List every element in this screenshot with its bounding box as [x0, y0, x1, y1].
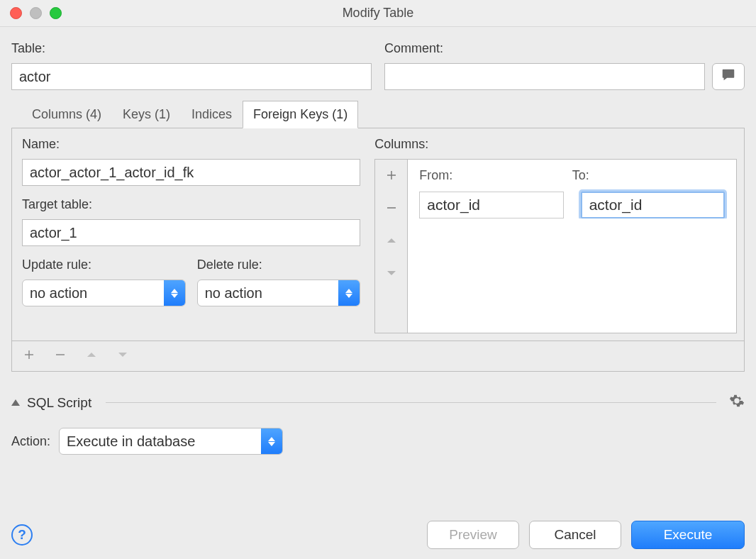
chevron-down-icon	[116, 348, 129, 365]
sql-settings-button[interactable]	[729, 393, 745, 412]
plus-icon	[385, 166, 398, 186]
tab-strip: Columns (4) Keys (1) Indices Foreign Key…	[11, 101, 745, 128]
add-column-button[interactable]	[375, 160, 407, 192]
fk-delete-select[interactable]: no action	[197, 280, 361, 306]
fk-from-input[interactable]	[419, 192, 563, 218]
tab-columns[interactable]: Columns (4)	[21, 101, 112, 128]
tab-foreign-keys[interactable]: Foreign Keys (1)	[243, 101, 358, 128]
from-header: From:	[419, 168, 572, 183]
move-fk-down-button[interactable]	[113, 346, 133, 366]
fk-columns-empty	[408, 218, 736, 333]
dialog-content: Table: Comment: Columns (4) Keys (1) Ind…	[0, 27, 756, 465]
fk-name-label: Name:	[22, 137, 360, 152]
expand-comment-button[interactable]	[712, 63, 745, 90]
fk-columns-label: Columns:	[374, 137, 737, 152]
table-label: Table:	[11, 41, 372, 56]
chevron-up-icon	[85, 348, 98, 365]
titlebar: Modify Table	[0, 0, 756, 27]
table-name-input[interactable]	[11, 63, 372, 90]
fk-update-label: Update rule:	[22, 258, 186, 272]
window-title: Modify Table	[0, 6, 756, 21]
move-down-button[interactable]	[375, 258, 407, 290]
minus-icon	[54, 348, 67, 365]
to-header: To:	[572, 168, 725, 183]
action-label: Action:	[11, 434, 50, 449]
tab-keys[interactable]: Keys (1)	[112, 101, 181, 128]
select-arrows-icon	[338, 280, 360, 306]
dialog-footer: ? Preview Cancel Execute	[0, 521, 756, 549]
chevron-up-icon	[385, 231, 398, 251]
action-value: Execute in database	[60, 428, 261, 454]
fk-target-label: Target table:	[22, 197, 360, 212]
remove-column-button[interactable]	[375, 192, 407, 225]
help-button[interactable]: ?	[11, 524, 33, 546]
fk-columns-box: From: To:	[374, 159, 737, 333]
tab-indices[interactable]: Indices	[181, 101, 243, 128]
fk-toolbar	[11, 341, 745, 372]
sql-section-title: SQL Script	[27, 395, 91, 411]
plus-icon	[23, 348, 35, 365]
comment-bubble-icon	[721, 67, 736, 87]
comment-label: Comment:	[384, 41, 745, 56]
select-arrows-icon	[261, 428, 282, 454]
fk-delete-label: Delete rule:	[197, 258, 361, 272]
gear-icon	[729, 397, 745, 411]
preview-button[interactable]: Preview	[427, 521, 519, 549]
chevron-down-icon	[385, 264, 398, 284]
comment-input[interactable]	[384, 63, 705, 90]
add-fk-button[interactable]	[19, 346, 39, 366]
sql-section-header[interactable]: SQL Script	[11, 393, 745, 412]
move-fk-up-button[interactable]	[82, 346, 101, 366]
minus-icon	[385, 199, 398, 218]
fk-to-input[interactable]	[581, 192, 725, 218]
divider	[106, 402, 716, 403]
fk-update-value: no action	[23, 280, 164, 306]
collapse-triangle-icon	[11, 399, 20, 406]
foreign-keys-panel: Name: Target table: Update rule: no acti…	[11, 128, 745, 341]
fk-columns-tools	[375, 160, 408, 333]
table-row	[408, 189, 736, 218]
action-select[interactable]: Execute in database	[59, 428, 283, 455]
fk-name-input[interactable]	[22, 159, 360, 186]
move-up-button[interactable]	[375, 225, 407, 258]
fk-update-select[interactable]: no action	[22, 280, 186, 306]
select-arrows-icon	[164, 280, 185, 306]
remove-fk-button[interactable]	[50, 346, 70, 366]
cancel-button[interactable]: Cancel	[529, 521, 621, 549]
fk-target-input[interactable]	[22, 219, 360, 246]
fk-delete-value: no action	[198, 280, 339, 306]
execute-button[interactable]: Execute	[631, 521, 745, 549]
